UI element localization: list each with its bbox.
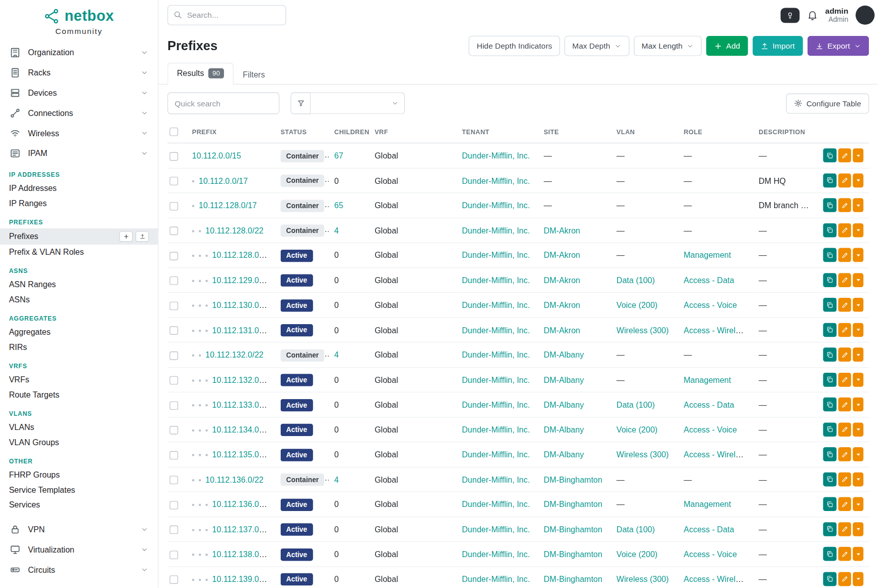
copy-button[interactable] [823,497,836,512]
copy-button[interactable] [823,199,836,213]
edit-button[interactable] [838,223,851,238]
column-header-children[interactable]: CHILDREN [329,121,369,143]
search-input[interactable] [167,5,286,25]
prefix-link[interactable]: 10.112.132.0/22 [206,350,264,360]
sidebar-item-rirs[interactable]: RIRs [0,339,158,355]
row-checkbox[interactable] [170,426,178,435]
max-length-dropdown[interactable]: Max Length [634,36,702,56]
copy-button[interactable] [823,473,836,487]
role-link[interactable]: Management [683,500,731,509]
row-checkbox[interactable] [170,327,178,335]
sidebar-item-wireless[interactable]: Wireless [0,123,158,143]
prefix-link[interactable]: 10.112.135.0/24 [212,450,271,459]
edit-button[interactable] [838,522,851,536]
copy-button[interactable] [823,148,836,163]
edit-button[interactable] [838,373,851,387]
tenant-link[interactable]: Dunder-Mifflin, Inc. [462,276,530,285]
copy-button[interactable] [823,298,836,312]
edit-button[interactable] [838,497,851,512]
hide-depth-indicators-button[interactable]: Hide Depth Indicators [469,36,560,56]
select-all-checkbox[interactable] [170,128,178,136]
site-link[interactable]: DM-Albany [544,425,584,435]
prefix-link[interactable]: 10.112.0.0/17 [199,176,248,185]
theme-toggle-button[interactable] [780,8,799,23]
prefix-link[interactable]: 10.112.138.0/24 [212,550,271,559]
edit-dropdown-button[interactable] [853,273,864,287]
tenant-link[interactable]: Dunder-Mifflin, Inc. [462,525,530,534]
sidebar-item-organization[interactable]: Organization [0,42,158,62]
role-link[interactable]: Access - Voice [683,550,737,559]
copy-button[interactable] [823,273,836,287]
export-dropdown-button[interactable]: Export [807,36,869,56]
add-button[interactable]: Add [706,36,748,56]
edit-button[interactable] [838,572,851,586]
edit-dropdown-button[interactable] [853,248,864,262]
tab-results[interactable]: Results 90 [167,63,233,85]
prefix-link[interactable]: 10.112.131.0/24 [212,326,271,335]
vlan-link[interactable]: Wireless (300) [617,575,669,584]
add-prefix-button[interactable] [119,231,133,242]
saved-filter-select[interactable] [311,93,405,114]
edit-button[interactable] [838,422,851,437]
copy-button[interactable] [823,223,836,238]
sidebar-item-ip-ranges[interactable]: IP Ranges [0,195,158,211]
copy-button[interactable] [823,522,836,536]
copy-button[interactable] [823,447,836,461]
edit-button[interactable] [838,447,851,461]
sidebar-item-vlan-groups[interactable]: VLAN Groups [0,435,158,450]
tenant-link[interactable]: Dunder-Mifflin, Inc. [462,425,530,435]
edit-button[interactable] [838,348,851,362]
quick-search-input[interactable] [167,93,279,114]
copy-button[interactable] [823,373,836,387]
tenant-link[interactable]: Dunder-Mifflin, Inc. [462,375,530,384]
children-count-link[interactable]: 4 [334,475,339,484]
edit-dropdown-button[interactable] [853,497,864,512]
site-link[interactable]: DM-Albany [544,400,584,409]
row-checkbox[interactable] [170,301,178,310]
site-link[interactable]: DM-Binghamton [544,500,602,509]
vlan-link[interactable]: Voice (200) [617,550,658,559]
copy-button[interactable] [823,398,836,412]
prefix-link[interactable]: 10.112.132.0/28 [212,375,271,384]
children-count-link[interactable]: 65 [334,201,343,210]
copy-button[interactable] [823,422,836,437]
vlan-link[interactable]: Wireless (300) [617,326,669,335]
edit-dropdown-button[interactable] [853,547,864,561]
sidebar-item-connections[interactable]: Connections [0,103,158,123]
column-header-description[interactable]: DESCRIPTION [753,121,817,143]
tenant-link[interactable]: Dunder-Mifflin, Inc. [462,500,530,509]
tenant-link[interactable]: Dunder-Mifflin, Inc. [462,450,530,459]
vlan-link[interactable]: Data (100) [617,525,655,534]
prefix-link[interactable]: 10.112.128.0/28 [212,251,271,260]
tenant-link[interactable]: Dunder-Mifflin, Inc. [462,251,530,260]
sidebar-item-vpn[interactable]: VPN [0,519,158,539]
site-link[interactable]: DM-Akron [544,276,580,285]
vlan-link[interactable]: Voice (200) [617,301,658,310]
configure-table-button[interactable]: Configure Table [786,93,869,113]
notifications-button[interactable] [807,10,818,21]
sidebar-item-route-targets[interactable]: Route Targets [0,387,158,402]
prefix-link[interactable]: 10.112.130.0/24 [212,301,271,310]
sidebar-item-asns[interactable]: ASNs [0,292,158,307]
sidebar-item-service-templates[interactable]: Service Templates [0,482,158,497]
row-checkbox[interactable] [170,202,178,211]
tenant-link[interactable]: Dunder-Mifflin, Inc. [462,350,530,360]
brand-home-link[interactable]: netbox Community [0,0,158,35]
prefix-link[interactable]: 10.112.134.0/24 [212,425,271,435]
user-menu[interactable]: admin Admin [825,6,849,24]
edit-button[interactable] [838,248,851,262]
column-header-site[interactable]: SITE [538,121,611,143]
children-count-link[interactable]: 4 [334,350,339,360]
row-checkbox[interactable] [170,351,178,360]
vlan-link[interactable]: Voice (200) [617,425,658,435]
prefix-link[interactable]: 10.112.129.0/24 [212,276,271,285]
tab-filters[interactable]: Filters [234,65,275,85]
prefix-link[interactable]: 10.112.128.0/17 [199,201,257,210]
role-link[interactable]: Access - Wireless [683,450,748,459]
edit-dropdown-button[interactable] [853,572,864,586]
edit-dropdown-button[interactable] [853,473,864,487]
role-link[interactable]: Access - Wireless [683,326,748,335]
row-checkbox[interactable] [170,152,178,161]
prefix-link[interactable]: 10.112.136.0/22 [206,475,264,484]
copy-button[interactable] [823,572,836,586]
